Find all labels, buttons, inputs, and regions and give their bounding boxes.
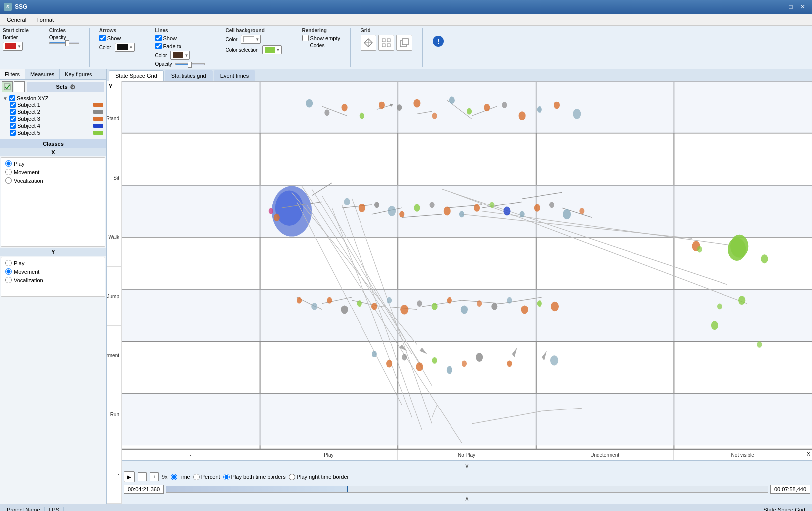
grid-canvas[interactable] (122, 81, 812, 449)
lines-slider-thumb[interactable] (188, 62, 192, 68)
arrows-show-checkbox[interactable] (99, 35, 106, 41)
grid-copy-button[interactable] (396, 35, 412, 51)
tab-statistics-grid[interactable]: Statitistics grid (165, 70, 213, 81)
sets-gear-icon[interactable]: ⚙ (70, 83, 76, 91)
sidebar-tab-filters[interactable]: Filters (0, 69, 25, 79)
tab-state-space-grid[interactable]: State Space Grid (109, 70, 164, 81)
grid-diamond-button[interactable] (361, 35, 376, 51)
subject5-checkbox[interactable] (10, 130, 16, 136)
tree-subject-5[interactable]: Subject 5 (2, 129, 104, 136)
x-radio-play-input[interactable] (5, 160, 12, 167)
arrows-color-picker[interactable]: ▼ (115, 43, 135, 52)
svg-point-110 (371, 303, 377, 310)
y-radio-group: Play Movement Vocalization (1, 257, 105, 297)
arrows-show-checkbox-label[interactable]: Show (99, 35, 121, 41)
grid-x-close[interactable]: X (807, 451, 810, 457)
cell-bg-selection-picker[interactable]: ▼ (262, 45, 282, 54)
menu-format[interactable]: Format (31, 15, 59, 24)
subject3-checkbox[interactable] (10, 116, 16, 122)
subject4-checkbox[interactable] (10, 123, 16, 129)
svg-point-131 (432, 357, 437, 364)
collapse-arrow[interactable]: ∨ (124, 462, 810, 470)
percent-radio-label[interactable]: Percent (193, 474, 220, 480)
svg-point-78 (324, 109, 329, 116)
timeline-bar[interactable] (166, 486, 768, 493)
sidebar-tab-key-figures[interactable]: Key figures (60, 69, 97, 79)
lines-fade-checkbox[interactable] (155, 43, 162, 49)
lines-opacity-slider[interactable] (175, 63, 205, 65)
svg-point-82 (344, 198, 350, 205)
subject3-label: Subject 3 (17, 116, 92, 122)
info-badge[interactable]: ! (433, 36, 444, 47)
maximize-button[interactable]: □ (785, 2, 796, 11)
y-radio-vocalization-input[interactable] (5, 277, 12, 283)
tree-subject-4[interactable]: Subject 4 (2, 122, 104, 129)
lines-show-checkbox-label[interactable]: Show (155, 35, 177, 41)
svg-rect-3 (382, 39, 385, 42)
y-radio-movement-input[interactable] (5, 268, 12, 275)
time-end-input[interactable] (770, 485, 810, 494)
sets-uncheck-button[interactable] (14, 81, 25, 92)
y-radio-play-input[interactable] (5, 260, 12, 266)
cell-bg-color-picker[interactable]: ▼ (241, 35, 261, 44)
tree-subject-1[interactable]: Subject 1 (2, 102, 104, 108)
lines-show-checkbox[interactable] (155, 35, 162, 41)
svg-point-123 (738, 296, 745, 305)
start-circle-color-picker[interactable]: ▼ (3, 42, 23, 51)
x-radio-vocalization[interactable]: Vocalization (5, 177, 101, 184)
circles-opacity-slider[interactable] (49, 42, 79, 44)
svg-point-133 (462, 360, 467, 367)
x-radio-vocalization-input[interactable] (5, 177, 12, 184)
subject2-checkbox[interactable] (10, 109, 16, 115)
time-radio[interactable] (171, 474, 177, 480)
y-axis-title: Y (107, 81, 121, 89)
play-both-radio-label[interactable]: Play both time borders (223, 474, 286, 480)
minus-button[interactable]: − (138, 472, 147, 481)
minimize-button[interactable]: ─ (773, 2, 784, 11)
circles-slider-fill (50, 42, 67, 43)
rendering-checkbox[interactable] (302, 35, 309, 41)
lines-color-picker[interactable]: ▼ (170, 51, 190, 60)
lines-fade-checkbox-label[interactable]: Fade to (155, 43, 181, 49)
percent-radio[interactable] (193, 474, 200, 480)
x-radio-movement-input[interactable] (5, 169, 12, 175)
session-checkbox[interactable] (9, 95, 15, 101)
tree-subject-2[interactable]: Subject 2 (2, 108, 104, 115)
x-radio-play[interactable]: Play (5, 160, 101, 167)
svg-point-104 (730, 235, 748, 258)
close-button[interactable]: ✕ (797, 2, 808, 11)
svg-point-118 (491, 303, 497, 310)
tree-subject-3[interactable]: Subject 3 (2, 115, 104, 122)
lines-fade-label: Fade to (163, 43, 181, 49)
main-content: Filters Measures Key figures Sets ⚙ ▼ Se… (0, 69, 812, 504)
play-both-radio[interactable] (223, 474, 230, 480)
y-radio-vocalization-label: Vocalization (14, 277, 43, 283)
sets-check-all-button[interactable] (2, 81, 13, 92)
x-radio-movement[interactable]: Movement (5, 168, 101, 176)
expand-arrow[interactable]: ∧ (124, 495, 810, 503)
tree-session[interactable]: ▼ Session XYZ (2, 95, 104, 102)
status-view: State Space Grid (759, 507, 809, 511)
rendering-checkbox-label[interactable]: Show empty (302, 35, 341, 41)
menu-general[interactable]: General (2, 15, 31, 24)
time-label: Time (179, 474, 190, 480)
time-start-input[interactable] (124, 485, 164, 494)
tab-event-times[interactable]: Event times (214, 70, 255, 81)
time-radio-label[interactable]: Time (171, 474, 190, 480)
sidebar-tab-measures[interactable]: Measures (25, 69, 60, 79)
play-right-radio[interactable] (289, 474, 295, 480)
y-radio-play[interactable]: Play (5, 259, 101, 267)
y-radio-movement[interactable]: Movement (5, 268, 101, 275)
circles-slider-thumb[interactable] (65, 40, 69, 46)
bottom-area: ∨ ▶ − + 9x Time (122, 460, 812, 504)
subject4-label: Subject 4 (17, 123, 92, 129)
plus-button[interactable]: + (150, 472, 159, 481)
subject1-checkbox[interactable] (10, 102, 16, 108)
svg-point-114 (432, 303, 438, 310)
y-radio-vocalization[interactable]: Vocalization (5, 276, 101, 284)
play-button[interactable]: ▶ (124, 471, 135, 482)
y-axis: Y Stand Sit Walk Jump Undeterment Run - (107, 81, 122, 504)
circles-opacity-row: Opacity (49, 35, 79, 40)
play-right-radio-label[interactable]: Play right time border (289, 474, 349, 480)
grid-dots-button[interactable] (378, 35, 394, 51)
